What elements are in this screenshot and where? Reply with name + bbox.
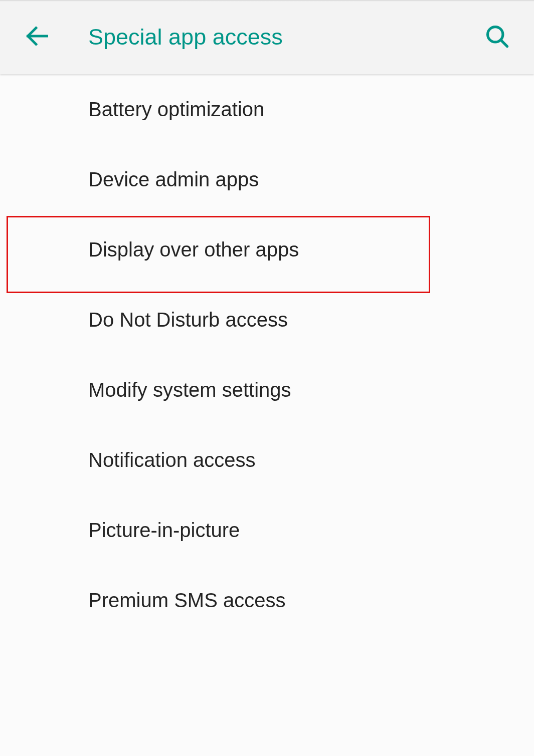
item-notification-access[interactable]: Notification access bbox=[0, 425, 534, 495]
list-item-label: Battery optimization bbox=[88, 98, 264, 121]
item-battery-optimization[interactable]: Battery optimization bbox=[0, 74, 534, 144]
list-item-label: Notification access bbox=[88, 449, 255, 471]
svg-line-2 bbox=[501, 40, 507, 47]
item-do-not-disturb-access[interactable]: Do Not Disturb access bbox=[0, 285, 534, 355]
page-title: Special app access bbox=[74, 24, 460, 50]
item-display-over-other-apps[interactable]: Display over other apps bbox=[0, 214, 534, 285]
list-item-label: Display over other apps bbox=[88, 238, 299, 261]
item-modify-system-settings[interactable]: Modify system settings bbox=[0, 355, 534, 425]
list-item-label: Device admin apps bbox=[88, 168, 259, 191]
app-bar: Special app access bbox=[0, 0, 534, 74]
search-icon bbox=[484, 23, 510, 51]
search-button[interactable] bbox=[460, 0, 534, 74]
back-button[interactable] bbox=[0, 0, 74, 74]
list-item-label: Do Not Disturb access bbox=[88, 309, 288, 331]
list-item-label: Modify system settings bbox=[88, 379, 291, 401]
back-arrow-icon bbox=[24, 23, 50, 51]
settings-list: Battery optimization Device admin apps D… bbox=[0, 74, 534, 635]
item-premium-sms-access[interactable]: Premium SMS access bbox=[0, 565, 534, 635]
item-device-admin-apps[interactable]: Device admin apps bbox=[0, 144, 534, 214]
item-picture-in-picture[interactable]: Picture-in-picture bbox=[0, 495, 534, 565]
list-item-label: Picture-in-picture bbox=[88, 519, 240, 542]
list-item-label: Premium SMS access bbox=[88, 589, 285, 612]
